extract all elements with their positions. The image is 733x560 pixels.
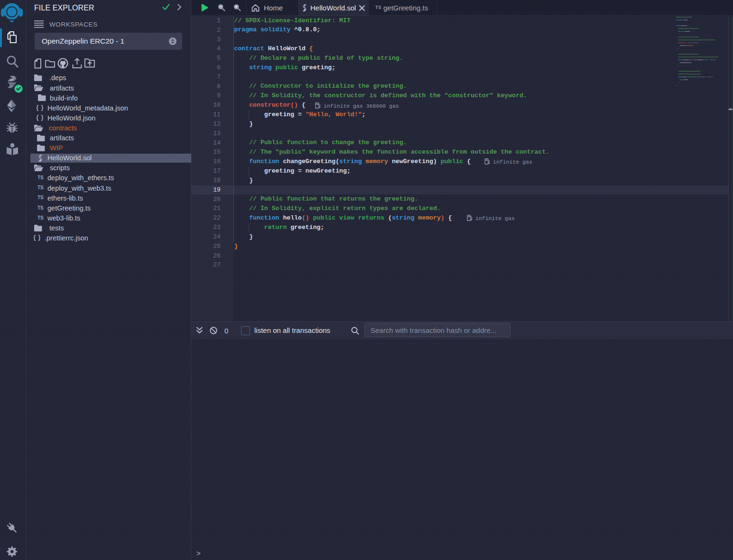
svg-text:TS: TS <box>37 195 44 200</box>
svg-text:TS: TS <box>37 175 44 180</box>
svg-text:TS: TS <box>37 205 44 210</box>
svg-text:TS: TS <box>37 185 44 190</box>
svg-text:TS: TS <box>37 215 44 220</box>
